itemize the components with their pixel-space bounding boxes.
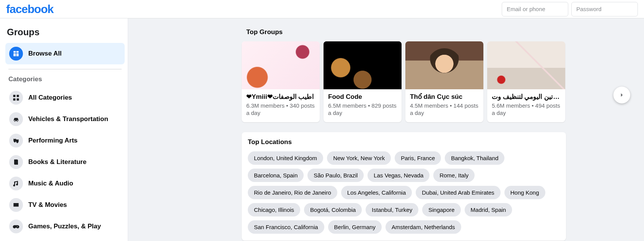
sidebar-item-label: Games, Puzzles, & Play [28, 223, 101, 230]
location-chip[interactable]: São Paulo, Brazil [307, 169, 364, 182]
group-cover-image [487, 41, 565, 89]
group-title: Thổ dân Cục súc [410, 93, 479, 101]
password-field[interactable] [571, 2, 638, 16]
sidebar-item-label: Music & Audio [28, 180, 73, 187]
location-chip[interactable]: Las Vegas, Nevada [368, 169, 429, 182]
sidebar-item-label: Vehicles & Transportation [28, 115, 108, 123]
group-card[interactable]: ❤Ymiii❤اطيب الوصفات6.3M members • 340 po… [242, 41, 320, 122]
location-chip[interactable]: Hong Kong [504, 186, 545, 199]
group-cover-image [324, 41, 402, 89]
chevron-right-icon [618, 92, 625, 98]
facebook-logo[interactable]: facebook [6, 3, 54, 16]
top-locations-heading: Top Locations [248, 138, 560, 146]
group-meta: 5.6M members • 494 posts a day [492, 102, 561, 117]
group-meta: 6.5M members • 829 posts a day [328, 102, 397, 117]
location-chips: London, United KingdomNew York, New York… [248, 151, 560, 234]
location-chip[interactable]: Chicago, Illinois [248, 203, 300, 216]
sidebar-item-category[interactable]: Games, Puzzles, & Play [5, 216, 125, 237]
top-locations-panel: Top Locations London, United KingdomNew … [242, 132, 566, 241]
group-card[interactable]: Food Code6.5M members • 829 posts a day [324, 41, 402, 122]
location-chip[interactable]: Rio de Janeiro, Rio de Janeiro [248, 186, 337, 199]
top-groups-row: ❤Ymiii❤اطيب الوصفات6.3M members • 340 po… [242, 41, 566, 122]
sidebar-item-category[interactable]: Performing Arts [5, 130, 125, 151]
sidebar-item-category[interactable]: Vehicles & Transportation [5, 108, 125, 130]
location-chip[interactable]: Madrid, Spain [465, 203, 512, 216]
book-icon [9, 155, 23, 169]
group-card[interactable]: الروتين اليومي لتنظيف وت...5.6M members … [487, 41, 565, 122]
sidebar-item-label: Performing Arts [28, 137, 78, 144]
location-chip[interactable]: Bangkok, Thailand [445, 151, 504, 165]
next-button[interactable] [613, 87, 630, 103]
sidebar-item-label: All Categories [28, 94, 72, 102]
group-meta: 4.5M members • 144 posts a day [410, 102, 479, 117]
sidebar-item-label: TV & Movies [28, 201, 67, 209]
group-card[interactable]: Thổ dân Cục súc4.5M members • 144 posts … [405, 41, 483, 122]
topbar: facebook [0, 0, 644, 18]
tv-icon [9, 198, 23, 212]
game-icon [9, 220, 23, 233]
location-chip[interactable]: Berlin, Germany [328, 220, 382, 234]
group-title: Food Code [328, 93, 397, 101]
location-chip[interactable]: San Francisco, California [248, 220, 324, 234]
sidebar: Groups Browse All Categories All Categor… [0, 18, 128, 241]
sidebar-item-label: Books & Literature [28, 158, 86, 166]
sidebar-item-category[interactable]: Books & Literature [5, 151, 125, 173]
masks-icon [9, 134, 23, 148]
main: Top Groups ❤Ymiii❤اطيب الوصفات6.3M membe… [128, 18, 644, 241]
location-chip[interactable]: Barcelona, Spain [248, 169, 304, 182]
divider [8, 69, 122, 69]
login-inputs [502, 2, 638, 16]
location-chip[interactable]: Istanbul, Turkey [366, 203, 418, 216]
top-groups-heading: Top Groups [246, 28, 566, 36]
location-chip[interactable]: Paris, France [395, 151, 441, 165]
sidebar-item-category[interactable]: All Categories [5, 87, 125, 108]
location-chip[interactable]: New York, New York [327, 151, 391, 165]
location-chip[interactable]: Amsterdam, Netherlands [385, 220, 461, 234]
sidebar-item-browse-all[interactable]: Browse All [5, 43, 125, 64]
page-title: Groups [5, 25, 125, 43]
music-icon [9, 177, 23, 190]
group-meta: 6.3M members • 340 posts a day [246, 102, 315, 117]
sidebar-item-label: Browse All [28, 50, 62, 57]
location-chip[interactable]: Bogotá, Colombia [304, 203, 362, 216]
browse-all-icon [9, 47, 23, 61]
group-title: ❤Ymiii❤اطيب الوصفات [246, 93, 315, 101]
sidebar-item-category[interactable]: TV & Movies [5, 194, 125, 216]
location-chip[interactable]: Los Angeles, California [341, 186, 412, 199]
group-cover-image [405, 41, 483, 89]
categories-label: Categories [5, 75, 125, 87]
grid-icon [9, 91, 23, 105]
location-chip[interactable]: Dubai, United Arab Emirates [416, 186, 500, 199]
email-field[interactable] [502, 2, 568, 16]
group-title: الروتين اليومي لتنظيف وت... [492, 93, 561, 101]
car-icon [9, 112, 23, 126]
location-chip[interactable]: Singapore [422, 203, 460, 216]
sidebar-item-category[interactable]: Music & Audio [5, 173, 125, 194]
group-cover-image [242, 41, 320, 89]
location-chip[interactable]: Rome, Italy [433, 169, 475, 182]
location-chip[interactable]: London, United Kingdom [248, 151, 323, 165]
